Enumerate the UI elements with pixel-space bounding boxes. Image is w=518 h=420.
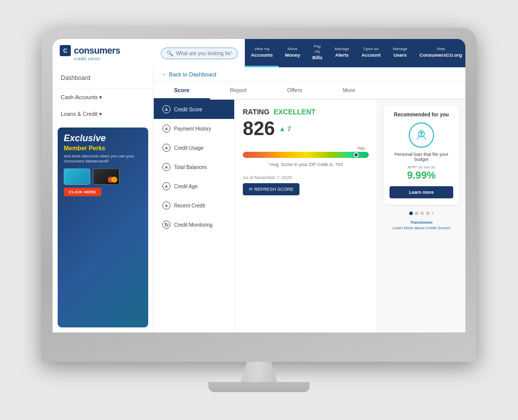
menu-label-credit-age: Credit Age (174, 184, 198, 189)
menu-icon-recent-credit: A (162, 201, 170, 209)
nav-top-users: Manage (393, 47, 407, 52)
menu-recent-credit[interactable]: A Recent Credit (154, 196, 234, 215)
menu-icon-credit-usage: A (162, 144, 170, 152)
screen: C consumers credit union 🔍 View my (53, 39, 465, 332)
recommended-card: Recommended for you % (383, 106, 459, 204)
learn-more-button[interactable]: Learn more (390, 186, 453, 198)
apr-label: APR* as low as (390, 165, 453, 170)
credit-center: RATING EXCELLENT 826 ▲ 7 You (235, 100, 377, 332)
search-input[interactable] (176, 51, 232, 56)
sidebar-dashboard: Dashboard (53, 67, 153, 89)
refresh-section: As of November 7, 2020 ⟳ REFRESH SCORE (243, 175, 369, 195)
transunion-link[interactable]: TransUnion Learn More about Credit Score… (393, 220, 450, 231)
tab-score[interactable]: Score (154, 82, 210, 100)
search-icon: 🔍 (166, 50, 174, 57)
menu-icon-credit-score: A (162, 105, 170, 113)
menu-icon-credit-age: A (162, 182, 170, 190)
click-here-button[interactable]: CLICK HERE (64, 188, 101, 196)
nav-item-accounts[interactable]: View my Accounts (245, 39, 279, 67)
menu-label-credit-score: Credit Score (174, 107, 202, 112)
apr-rate: 9.99% (390, 170, 453, 181)
menu-label-total-balances: Total Balances (174, 164, 207, 170)
score-bar (243, 152, 369, 158)
nav-items: View my Accounts Move Money Pay my Bills (245, 39, 465, 67)
main-content: ← Back to Dashboard Score Report Offers … (154, 67, 465, 332)
ad-sub: and store discounts when you use your Co… (64, 154, 142, 164)
nav-top-bills: Pay my (312, 44, 322, 55)
refresh-score-button[interactable]: ⟳ REFRESH SCORE (243, 183, 299, 195)
menu-icon-payment-history: A (162, 124, 170, 133)
nav-item-users[interactable]: Manage Users (386, 39, 413, 67)
page-dot-4[interactable] (426, 212, 429, 215)
learn-more-credit-scores[interactable]: Learn More about Credit Scores (393, 225, 450, 231)
nav-top-alerts: Manage (334, 47, 349, 52)
pagination-next[interactable]: › (431, 209, 434, 217)
sidebar-item-loans-credit[interactable]: Loans & Credit ▾ (53, 106, 153, 122)
menu-credit-score[interactable]: A Credit Score (154, 100, 234, 119)
page-dot-2[interactable] (415, 212, 418, 215)
monitor-outer: C consumers credit union 🔍 View my (41, 28, 477, 362)
nav-top-money: Move (288, 47, 298, 52)
pagination: › (409, 209, 434, 217)
menu-icon-credit-monitoring: ↻ (162, 221, 170, 229)
nav-item-account[interactable]: Open an Account (355, 39, 386, 67)
score-number: 826 (243, 118, 275, 140)
tab-report[interactable]: Report (210, 82, 267, 100)
nav-bottom-money: Money (285, 52, 300, 58)
top-nav: C consumers credit union 🔍 View my (53, 39, 465, 67)
menu-total-balances[interactable]: A Total Balances (154, 157, 234, 177)
search-area: 🔍 (154, 39, 245, 67)
score-row: 826 ▲ 7 (243, 118, 369, 140)
menu-payment-history[interactable]: A Payment History (154, 119, 234, 138)
menu-credit-monitoring[interactable]: ↻ Credit Monitoring (154, 215, 234, 234)
nav-bottom-users: Users (394, 52, 407, 58)
back-to-dashboard[interactable]: ← Back to Dashboard (154, 67, 465, 82)
sidebar-ad: Exclusive Member Perks and store discoun… (58, 128, 148, 327)
nav-bottom-bills: Bills (312, 55, 322, 61)
credit-right: Recommended for you % (377, 100, 465, 332)
search-input-wrap[interactable]: 🔍 (161, 48, 238, 59)
ad-member-perks: Member Perks (64, 145, 142, 152)
menu-label-recent-credit: Recent Credit (174, 203, 205, 208)
stand-neck (239, 362, 279, 382)
tab-more[interactable]: More (322, 82, 375, 100)
menu-credit-usage[interactable]: A Credit Usage (154, 138, 234, 157)
nav-bottom-alerts: Alerts (335, 52, 349, 58)
logo-area: C consumers credit union (53, 39, 154, 67)
avg-score-text: *Avg. Score in your ZIP Code is: 703 (243, 162, 369, 167)
tab-offers[interactable]: Offers (267, 82, 323, 100)
rating-label: RATING (243, 108, 270, 116)
nav-item-site[interactable]: View ConsumersCU.org (413, 39, 465, 67)
sidebar-label-loans: Loans & Credit ▾ (61, 111, 102, 117)
logo-name: C consumers (60, 45, 147, 56)
monitor-stand (208, 362, 310, 392)
card-blue (64, 169, 90, 185)
nav-bottom-accounts: Accounts (251, 52, 273, 58)
menu-label-credit-monitoring: Credit Monitoring (174, 222, 212, 228)
monitor-bezel: C consumers credit union 🔍 View my (53, 39, 465, 332)
card-black (93, 169, 119, 185)
page-dot-1[interactable] (409, 212, 413, 215)
menu-icon-total-balances: A (162, 163, 170, 171)
page-dot-3[interactable] (420, 212, 424, 215)
menu-credit-age[interactable]: A Credit Age (154, 177, 234, 196)
logo-text: consumers (74, 46, 120, 56)
nav-bottom-site: ConsumersCU.org (419, 52, 462, 58)
rating-excellent: EXCELLENT (274, 108, 316, 116)
nav-item-money[interactable]: Move Money (279, 39, 306, 67)
you-label: You (243, 146, 369, 151)
nav-item-bills[interactable]: Pay my Bills (306, 39, 328, 67)
logo-sub: credit union (74, 56, 147, 61)
loan-desc: Personal loan that fits your budget (390, 152, 453, 162)
nav-bottom-account: Account (361, 52, 380, 58)
sidebar-item-cash-accounts[interactable]: Cash Accounts ▾ (53, 89, 153, 106)
rating-row: RATING EXCELLENT (243, 108, 369, 116)
nav-item-alerts[interactable]: Manage Alerts (328, 39, 355, 67)
sidebar-label-cash: Cash Accounts ▾ (61, 94, 102, 101)
sidebar: Dashboard Cash Accounts ▾ Loans & Credit… (53, 67, 154, 332)
menu-label-payment-history: Payment History (174, 126, 211, 132)
as-of: As of November 7, 2020 (243, 175, 369, 180)
tabs-row: Score Report Offers More (154, 82, 465, 100)
menu-label-credit-usage: Credit Usage (174, 145, 203, 151)
ad-exclusive: Exclusive (64, 134, 142, 144)
